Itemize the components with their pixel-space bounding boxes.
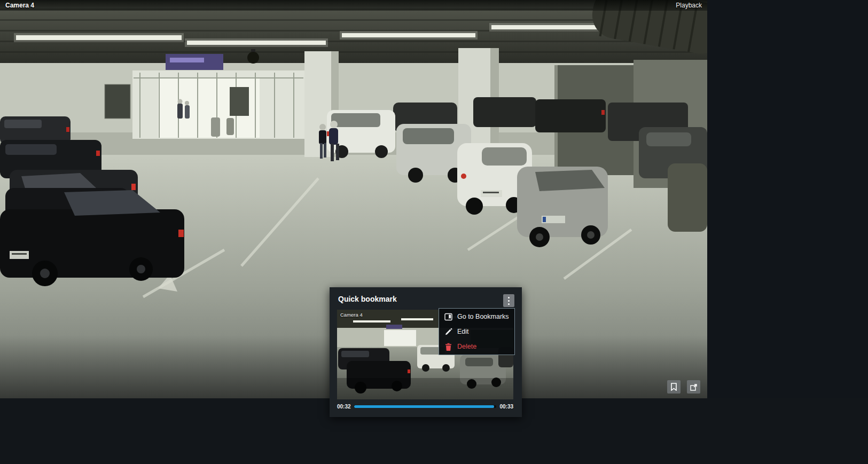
menu-item-label: Edit xyxy=(457,328,469,335)
thumb-progress-fill xyxy=(354,405,495,408)
delete-icon xyxy=(444,343,452,351)
camera-title-bar: Camera 4 Playback xyxy=(0,0,707,11)
menu-item-delete[interactable]: Delete xyxy=(439,339,514,354)
mode-label: Playback xyxy=(676,2,702,9)
menu-item-label: Delete xyxy=(457,343,476,350)
popup-title: Quick bookmark xyxy=(338,295,397,303)
expand-button[interactable] xyxy=(687,380,700,394)
thumb-end-time: 00:33 xyxy=(499,404,513,410)
thumbnail-camera-label: Camera 4 xyxy=(340,312,363,318)
thumb-progress-row: 00:32 00:33 xyxy=(337,402,513,411)
expand-icon xyxy=(690,383,698,391)
kebab-menu-button[interactable] xyxy=(503,294,514,307)
thumb-progress-bar[interactable] xyxy=(354,405,497,408)
kebab-menu-icon xyxy=(508,297,510,298)
edit-icon xyxy=(444,328,452,336)
smart-client-window: Camera 4 Playback 1:40 PM1:50 PM2:00 PM2… xyxy=(0,0,868,464)
context-menu: Go to Bookmarks Edit Delete xyxy=(439,308,515,355)
go-to-bookmarks-icon xyxy=(444,313,452,321)
camera-name-label: Camera 4 xyxy=(5,2,34,9)
menu-item-go-to-bookmarks[interactable]: Go to Bookmarks xyxy=(439,309,514,324)
thumb-start-time: 00:32 xyxy=(337,404,351,410)
bookmark-button[interactable] xyxy=(667,380,681,394)
menu-item-label: Go to Bookmarks xyxy=(457,313,509,320)
menu-item-edit[interactable]: Edit xyxy=(439,324,514,339)
bookmark-icon xyxy=(670,383,677,391)
